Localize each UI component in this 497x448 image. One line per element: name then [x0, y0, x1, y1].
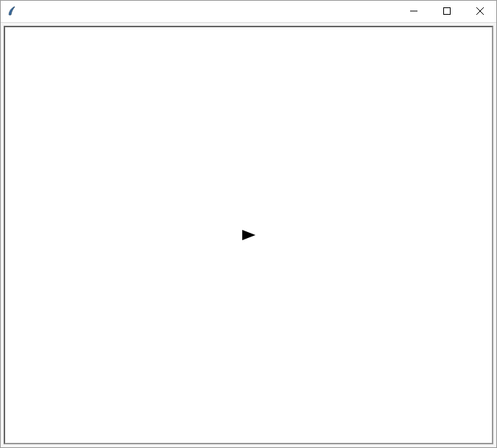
turtle-canvas[interactable] [4, 26, 493, 444]
titlebar[interactable] [1, 1, 496, 23]
close-icon [476, 7, 484, 16]
maximize-button[interactable] [430, 1, 463, 22]
maximize-icon [443, 7, 451, 16]
close-button[interactable] [463, 1, 496, 22]
app-window [0, 0, 497, 448]
titlebar-left [7, 6, 23, 18]
svg-rect-1 [443, 7, 450, 14]
turtle-cursor-icon [242, 230, 255, 240]
window-controls [397, 1, 496, 22]
feather-icon [7, 6, 18, 18]
minimize-icon [410, 7, 417, 16]
minimize-button[interactable] [397, 1, 430, 22]
svg-marker-4 [242, 230, 255, 240]
